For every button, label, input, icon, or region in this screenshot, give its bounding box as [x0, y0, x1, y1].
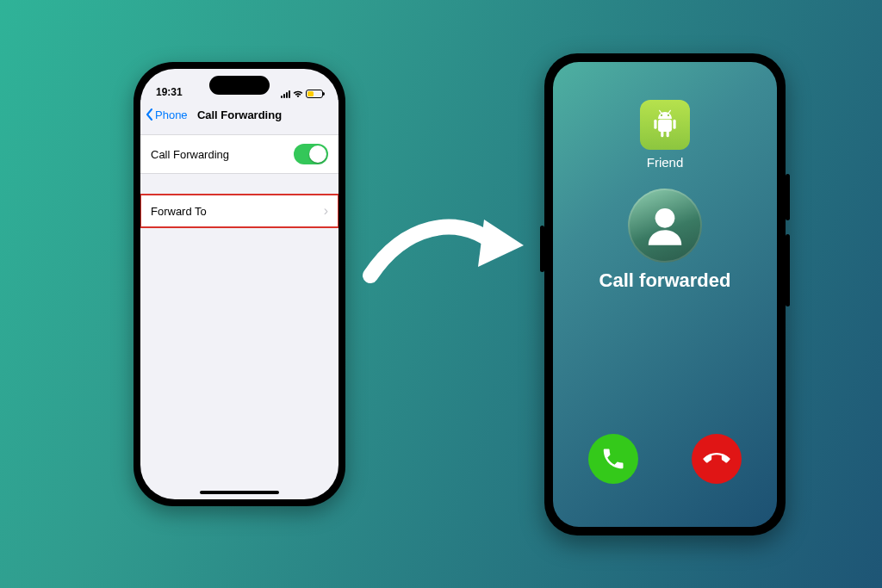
svg-rect-8	[661, 130, 663, 137]
svg-rect-7	[674, 120, 676, 129]
battery-fill	[307, 91, 314, 96]
svg-point-2	[668, 115, 669, 116]
wifi-icon	[293, 90, 303, 98]
android-robot-icon	[649, 108, 681, 141]
forward-arrow	[362, 198, 525, 293]
android-power-button	[786, 174, 790, 220]
phone-decline-icon	[699, 441, 735, 477]
settings-list: Call Forwarding Forward To ›	[140, 134, 339, 227]
signal-icon	[281, 90, 290, 98]
battery-icon	[306, 90, 323, 98]
svg-point-1	[661, 115, 662, 116]
status-time: 19:31	[156, 86, 183, 98]
svg-point-10	[655, 208, 675, 228]
person-icon	[641, 201, 689, 250]
decline-call-button[interactable]	[692, 434, 742, 484]
back-button[interactable]: Phone	[146, 108, 188, 121]
forward-to-label: Forward To	[151, 205, 207, 218]
accept-call-button[interactable]	[588, 434, 638, 484]
svg-line-3	[660, 110, 662, 113]
call-forwarding-label: Call Forwarding	[151, 148, 229, 161]
chevron-left-icon	[146, 108, 153, 121]
arrow-icon	[362, 198, 525, 293]
toggle-knob	[309, 145, 326, 163]
call-forwarding-toggle[interactable]	[294, 144, 328, 164]
android-app-icon	[640, 100, 690, 150]
iphone-device: 19:31 Phone Call Forwarding	[134, 62, 345, 506]
svg-rect-5	[658, 120, 672, 132]
contact-avatar	[628, 189, 702, 263]
android-volume-button	[786, 234, 790, 306]
android-screen: Friend Call forwarded	[553, 62, 777, 527]
svg-rect-6	[654, 120, 656, 129]
nav-bar: Phone Call Forwarding	[140, 100, 339, 129]
status-indicators	[281, 90, 323, 98]
back-label: Phone	[155, 108, 188, 121]
phone-accept-icon	[600, 446, 626, 472]
svg-line-4	[668, 110, 670, 113]
iphone-screen: 19:31 Phone Call Forwarding	[140, 69, 339, 499]
home-indicator	[200, 491, 279, 494]
dynamic-island	[209, 76, 270, 95]
call-status: Call forwarded	[599, 269, 731, 292]
forward-to-row[interactable]: Forward To ›	[140, 195, 339, 227]
call-buttons	[588, 434, 742, 484]
svg-marker-0	[478, 220, 524, 267]
svg-rect-9	[667, 130, 669, 137]
call-forwarding-row: Call Forwarding	[140, 134, 339, 174]
chevron-right-icon: ›	[324, 204, 328, 218]
page-title: Call Forwarding	[197, 108, 282, 121]
android-side-button-left	[540, 226, 544, 272]
contact-name: Friend	[647, 155, 684, 170]
android-device: Friend Call forwarded	[544, 53, 786, 535]
